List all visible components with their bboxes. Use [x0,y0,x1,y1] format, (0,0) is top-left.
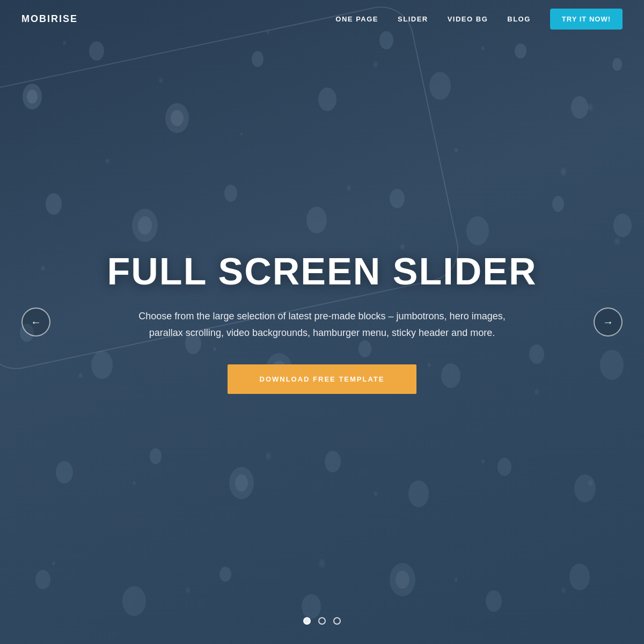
slider-dot-2[interactable] [318,617,326,625]
nav-links: ONE PAGE SLIDER VIDEO BG BLOG Try It Now… [335,9,623,30]
slider-dot-1[interactable] [303,617,311,625]
slider-prev-button[interactable]: ← [21,308,50,336]
nav-link-one-page[interactable]: ONE PAGE [335,15,378,23]
right-arrow-icon: → [603,316,613,328]
download-cta-button[interactable]: DOWNLOAD FREE TEMPLATE [228,364,417,394]
hero-title: FULL SCREEN SLIDER [107,250,537,293]
navbar: MOBIRISE ONE PAGE SLIDER VIDEO BG BLOG T… [0,0,644,38]
left-arrow-icon: ← [31,316,41,328]
hero-content: FULL SCREEN SLIDER Choose from the large… [43,250,602,394]
nav-link-video-bg[interactable]: VIDEO BG [448,15,488,23]
hero-subtitle: Choose from the large selection of lates… [121,308,523,341]
slider-dots [303,617,341,625]
nav-link-slider[interactable]: SLIDER [398,15,428,23]
nav-cta-button[interactable]: Try It Now! [550,9,623,30]
nav-link-blog[interactable]: BLOG [507,15,531,23]
brand-logo: MOBIRISE [21,13,78,25]
hero-section: MOBIRISE ONE PAGE SLIDER VIDEO BG BLOG T… [0,0,644,644]
slider-next-button[interactable]: → [594,308,623,336]
slider-dot-3[interactable] [333,617,341,625]
